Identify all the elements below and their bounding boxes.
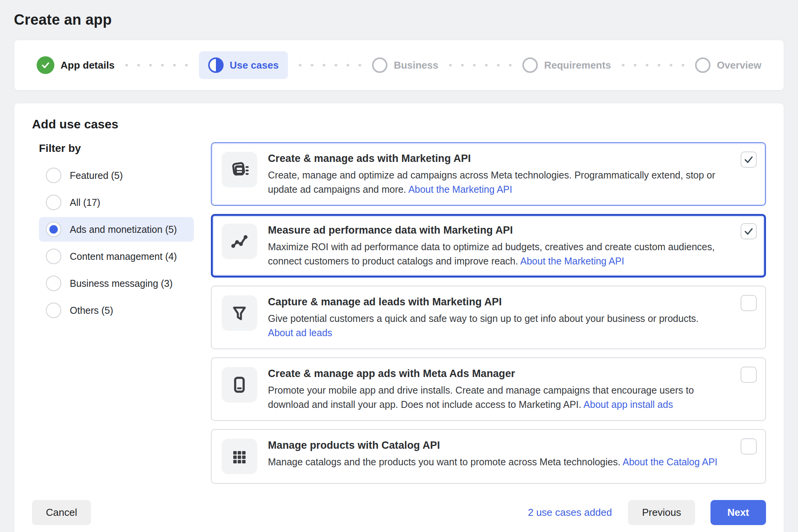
- radio-icon: [46, 303, 61, 318]
- about-catalog-api-link[interactable]: About the Catalog API: [623, 456, 717, 467]
- filter-option-all[interactable]: All (17): [39, 190, 194, 215]
- use-case-card-create-manage-ads[interactable]: Create & manage ads with Marketing API C…: [211, 142, 766, 206]
- filter-option-featured[interactable]: Featured (5): [39, 163, 194, 188]
- step-overview: Overview: [695, 57, 761, 73]
- use-case-title: Measure ad performance data with Marketi…: [268, 224, 723, 236]
- radio-icon: [46, 249, 61, 264]
- step-app-details[interactable]: App details: [37, 56, 114, 74]
- use-case-title: Create & manage app ads with Meta Ads Ma…: [268, 368, 723, 380]
- step-requirements: Requirements: [522, 57, 611, 73]
- next-button[interactable]: Next: [710, 500, 766, 525]
- filter-label: Business messaging (3): [70, 278, 173, 289]
- stepper-dots: [617, 64, 689, 67]
- filter-label: Ads and monetization (5): [70, 224, 177, 235]
- radio-icon: [46, 168, 61, 183]
- use-case-title: Create & manage ads with Marketing API: [268, 153, 723, 165]
- step-business: Business: [372, 57, 438, 73]
- about-ad-leads-link[interactable]: About ad leads: [268, 327, 332, 338]
- funnel-icon: [222, 295, 257, 331]
- use-case-list: Create & manage ads with Marketing API C…: [211, 142, 766, 484]
- radio-icon: [46, 195, 61, 210]
- section-title: Add use cases: [32, 117, 766, 131]
- filter-label: Featured (5): [70, 170, 123, 181]
- wizard-stepper: App details Use cases Business Requireme…: [14, 40, 784, 91]
- filter-option-others[interactable]: Others (5): [39, 298, 194, 323]
- use-case-card-capture-ad-leads[interactable]: Capture & manage ad leads with Marketing…: [211, 286, 766, 349]
- use-case-description: Manage catalogs and the products you wan…: [268, 455, 723, 469]
- radio-icon: [46, 276, 61, 291]
- half-filled-circle-icon: [208, 57, 224, 73]
- cancel-button[interactable]: Cancel: [32, 500, 91, 525]
- use-case-checkbox-unchecked[interactable]: [741, 367, 757, 383]
- previous-button[interactable]: Previous: [628, 500, 695, 525]
- use-case-description: Give potential customers a quick and saf…: [268, 311, 723, 340]
- use-cases-added-link[interactable]: 2 use cases added: [528, 507, 612, 519]
- stepper-dots: [444, 64, 517, 67]
- use-case-card-manage-products-catalog[interactable]: Manage products with Catalog API Manage …: [211, 429, 766, 484]
- filter-label: Content management (4): [70, 251, 177, 262]
- filter-option-ads-and-monetization[interactable]: Ads and monetization (5): [39, 217, 194, 242]
- filter-option-content-management[interactable]: Content management (4): [39, 244, 194, 269]
- filter-option-business-messaging[interactable]: Business messaging (3): [39, 271, 194, 296]
- filter-label: All (17): [70, 197, 100, 208]
- create-app-page: Create an app App details Use cases Busi…: [0, 0, 798, 532]
- use-case-title: Capture & manage ad leads with Marketing…: [268, 296, 723, 308]
- filter-sidebar: Filter by Featured (5) All (17) Ads and …: [32, 142, 194, 325]
- about-app-install-ads-link[interactable]: About app install ads: [584, 399, 673, 410]
- use-case-checkbox-unchecked[interactable]: [741, 295, 757, 311]
- add-use-cases-panel: Add use cases Filter by Featured (5) All…: [14, 103, 784, 532]
- empty-circle-icon: [695, 57, 710, 73]
- catalog-grid-icon: [222, 439, 257, 474]
- mobile-phone-icon: [222, 367, 257, 402]
- use-case-card-measure-ad-performance[interactable]: Measure ad performance data with Marketi…: [211, 214, 766, 278]
- use-case-description: Maximize ROI with ad performance data to…: [268, 240, 723, 268]
- filter-label: Others (5): [70, 305, 113, 316]
- stepper-dots: [294, 64, 366, 67]
- radio-selected-icon: [46, 222, 61, 237]
- trend-line-icon: [222, 224, 257, 259]
- empty-circle-icon: [372, 57, 387, 73]
- use-case-description: Promote your mobile app and drive instal…: [268, 383, 723, 411]
- use-case-title: Manage products with Catalog API: [268, 439, 723, 451]
- step-use-cases[interactable]: Use cases: [199, 51, 288, 79]
- check-circle-icon: [37, 56, 54, 74]
- step-label: Business: [394, 59, 438, 71]
- stepper-dots: [121, 64, 193, 67]
- wizard-footer: Cancel 2 use cases added Previous Next: [32, 500, 766, 525]
- empty-circle-icon: [522, 57, 538, 73]
- use-case-description: Create, manage and optimize ad campaigns…: [268, 168, 723, 196]
- use-case-checkbox-unchecked[interactable]: [741, 438, 757, 455]
- about-marketing-api-link[interactable]: About the Marketing API: [520, 256, 625, 266]
- step-label: Requirements: [544, 59, 611, 71]
- step-label: Overview: [717, 59, 761, 71]
- use-case-checkbox-checked[interactable]: [741, 152, 757, 168]
- step-label: Use cases: [230, 59, 279, 71]
- use-case-card-app-ads-meta-ads-manager[interactable]: Create & manage app ads with Meta Ads Ma…: [211, 357, 766, 421]
- filter-title: Filter by: [39, 142, 194, 155]
- ads-stack-icon: [222, 152, 257, 187]
- page-title: Create an app: [14, 12, 784, 28]
- step-label: App details: [61, 59, 114, 71]
- use-case-checkbox-checked[interactable]: [741, 223, 757, 239]
- about-marketing-api-link[interactable]: About the Marketing API: [408, 184, 512, 195]
